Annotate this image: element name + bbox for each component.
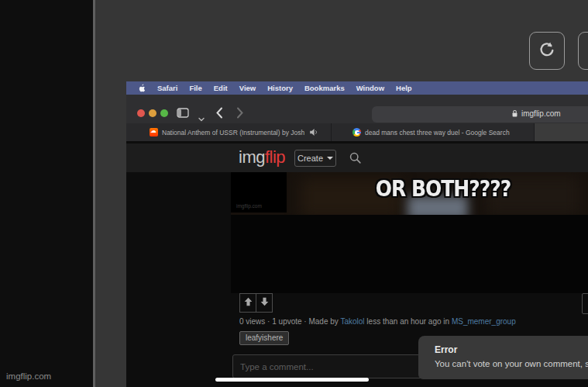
menu-item-file[interactable]: File — [189, 84, 201, 92]
google-favicon-icon — [352, 128, 361, 136]
tab-soundcloud[interactable]: National Anthem of USSR (Instrumental) b… — [126, 123, 332, 141]
soundcloud-favicon-icon — [150, 128, 158, 136]
comment-input[interactable] — [232, 354, 428, 378]
meme-tag[interactable]: leafyishere — [239, 331, 289, 345]
create-button[interactable]: Create — [294, 150, 336, 167]
meme-image: Safari File Edit View History Bookmarks … — [126, 81, 588, 387]
upvote-button[interactable] — [239, 293, 256, 313]
menu-item-view[interactable]: View — [239, 84, 256, 92]
downvote-button[interactable] — [256, 293, 273, 313]
lock-icon — [511, 109, 518, 118]
site-watermark: imgflip.com — [6, 371, 51, 381]
arrow-up-icon — [244, 297, 253, 309]
forward-icon[interactable] — [236, 107, 244, 122]
apple-icon[interactable] — [139, 84, 146, 92]
arrow-down-icon — [260, 297, 269, 309]
url-text: imgflip.com — [521, 109, 561, 118]
black-censor-box: imgflip.com — [231, 172, 287, 213]
reload-button[interactable] — [529, 32, 565, 70]
author-link[interactable]: Takolol — [340, 317, 364, 326]
meme-post-canvas: imgflip.com Safari File Edit View Histor… — [0, 0, 588, 387]
vote-buttons — [239, 293, 273, 313]
tab-google-search[interactable]: dead mans chest three way duel - Google … — [332, 123, 535, 141]
stats-text: 0 views · 1 upvote · Made by — [239, 317, 340, 326]
error-dialog: Error You can't vote on your own comment… — [418, 336, 588, 379]
panel-divider — [93, 0, 95, 387]
meme-caption: OR BOTH???? — [335, 176, 552, 201]
close-window-button[interactable] — [137, 109, 145, 117]
error-title: Error — [435, 344, 588, 355]
search-icon — [349, 155, 362, 167]
menu-item-history[interactable]: History — [267, 84, 293, 92]
tab-bar: National Anthem of USSR (Instrumental) b… — [126, 123, 588, 141]
group-link[interactable]: MS_memer_group — [452, 317, 516, 326]
search-button[interactable] — [349, 151, 362, 167]
home-indicator — [215, 378, 369, 382]
sidebar-toggle-icon[interactable] — [177, 107, 189, 121]
meme-picture: OR BOTH???? imgflip.com — [231, 172, 588, 293]
menu-item-edit[interactable]: Edit — [214, 84, 228, 92]
address-bar[interactable]: imgflip.com — [372, 106, 588, 123]
tab-title: dead mans chest three way duel - Google … — [365, 129, 510, 136]
logo-flip: flip — [265, 147, 285, 167]
back-icon[interactable] — [215, 107, 223, 122]
macos-menu-bar: Safari File Edit View History Bookmarks … — [126, 81, 588, 95]
meme-watermark: imgflip.com — [236, 203, 262, 209]
left-black-panel — [0, 0, 93, 387]
speaker-icon[interactable] — [309, 126, 318, 140]
address-bar-content: imgflip.com — [511, 109, 561, 118]
post-stats: 0 views · 1 upvote · Made by Takolol les… — [239, 317, 516, 326]
logo-img: img — [239, 147, 265, 167]
error-message: You can't vote on your own comment, sill… — [435, 359, 588, 368]
caret-down-icon — [327, 157, 333, 160]
partial-toolbar-button[interactable] — [578, 32, 588, 70]
menu-item-safari[interactable]: Safari — [157, 84, 177, 92]
create-label: Create — [297, 154, 323, 163]
minimize-window-button[interactable] — [149, 109, 156, 117]
menu-item-help[interactable]: Help — [396, 84, 412, 92]
partial-right-button[interactable] — [582, 293, 588, 314]
menu-item-window[interactable]: Window — [356, 84, 384, 92]
zoom-window-button[interactable] — [160, 109, 168, 117]
reload-icon — [538, 40, 556, 61]
tab-title: National Anthem of USSR (Instrumental) b… — [162, 129, 304, 136]
imgflip-logo[interactable]: imgflip — [239, 147, 285, 168]
menu-item-bookmarks[interactable]: Bookmarks — [304, 84, 345, 92]
time-text: less than an hour ago in — [365, 317, 452, 326]
